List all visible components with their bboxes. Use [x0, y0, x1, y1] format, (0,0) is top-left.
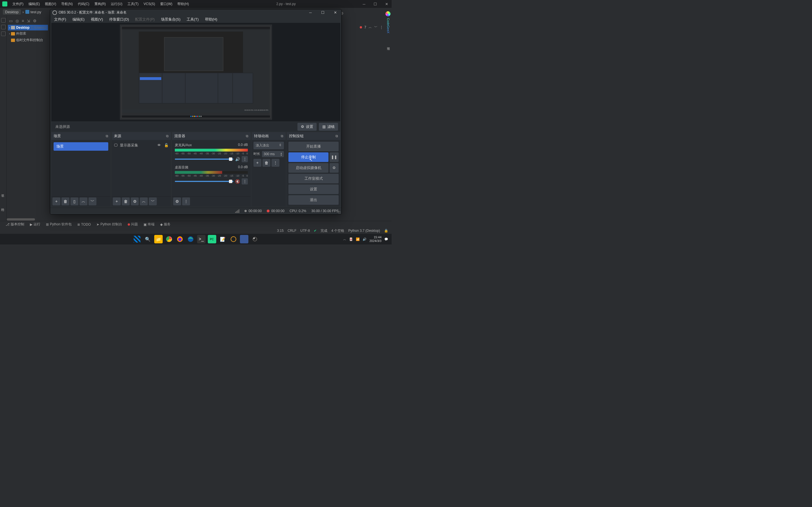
- services-tool[interactable]: ◆ 服务: [160, 222, 170, 227]
- menu-window[interactable]: 窗口(W): [158, 1, 174, 7]
- python-interpreter[interactable]: Python 3.7 (Desktop): [348, 229, 380, 233]
- chrome-icon[interactable]: [165, 235, 173, 243]
- terminal-tool[interactable]: ▣ 终端: [144, 222, 154, 227]
- more-icon[interactable]: ⋮: [380, 25, 383, 29]
- add-transition-button[interactable]: ＋: [253, 159, 261, 167]
- menu-edit[interactable]: 编辑(E): [26, 1, 42, 7]
- breadcrumb-dir[interactable]: Desktop: [3, 9, 21, 15]
- studio-mode-button[interactable]: 工作室模式: [289, 174, 339, 183]
- move-scene-up-button[interactable]: ︿: [80, 198, 87, 205]
- obs-menu-file[interactable]: 文件(F): [51, 16, 69, 23]
- pycharm-taskbar-icon[interactable]: PC: [208, 235, 216, 243]
- tree-expand-icon[interactable]: ⇲: [27, 18, 30, 23]
- transition-select[interactable]: 淡入淡出 ⇳: [253, 142, 284, 149]
- virtual-camera-button[interactable]: 启动虚拟摄像机: [289, 163, 328, 173]
- visibility-toggle-icon[interactable]: 👁: [157, 143, 162, 147]
- mic-volume-slider[interactable]: [175, 159, 234, 160]
- menu-help[interactable]: 帮助(H): [175, 1, 191, 7]
- version-control-tool[interactable]: ⎇ 版本控制: [6, 222, 24, 227]
- ide-minimize-button[interactable]: ─: [361, 1, 367, 7]
- menu-vcs[interactable]: VCS(S): [141, 1, 157, 7]
- virtual-camera-settings-button[interactable]: ⚙: [329, 163, 339, 173]
- obs-preview[interactable]: 00:00:00 CPU: 0.2% 30.00/30.00 FPS: [51, 23, 340, 121]
- start-button[interactable]: [133, 235, 141, 243]
- packages-tool[interactable]: ⊞ Python 软件包: [46, 222, 71, 227]
- breadcrumb-file[interactable]: test.py: [26, 10, 41, 14]
- desktop-mute-icon[interactable]: 🔇: [235, 179, 240, 184]
- source-properties-button[interactable]: ⚙ 设置: [297, 123, 317, 131]
- obs-menu-help[interactable]: 帮助(H): [202, 16, 220, 23]
- mic-options-button[interactable]: ⋮: [242, 156, 248, 162]
- pause-recording-button[interactable]: ❚❚: [329, 152, 339, 162]
- stop-recording-button[interactable]: 停止录制 ↖: [289, 152, 328, 162]
- start-streaming-button[interactable]: 开始直播: [289, 142, 339, 151]
- obs-menu-tools[interactable]: 工具(T): [184, 16, 202, 23]
- app-icon[interactable]: [229, 235, 238, 243]
- obs-maximize-button[interactable]: ☐: [319, 10, 327, 15]
- scene-item[interactable]: 场景: [54, 142, 108, 151]
- file-encoding[interactable]: UTF-8: [300, 229, 310, 233]
- add-source-button[interactable]: ＋: [113, 198, 121, 205]
- tree-target-icon[interactable]: ◎: [15, 18, 19, 23]
- tray-wifi-icon[interactable]: 📶: [356, 237, 360, 241]
- obs-menu-profile[interactable]: 配置文件(P): [132, 16, 157, 23]
- dock-popout-icon[interactable]: ⧉: [246, 134, 248, 138]
- duration-input[interactable]: 300 ms ▲▼: [262, 151, 284, 157]
- system-clock[interactable]: 15:44 2024/3/3: [369, 235, 382, 243]
- obs-taskbar-icon[interactable]: [251, 235, 259, 243]
- line-separator[interactable]: CRLF: [288, 229, 296, 233]
- ide-close-button[interactable]: ✕: [384, 1, 389, 7]
- tree-external-libs[interactable]: › 外部库: [8, 31, 48, 37]
- menu-code[interactable]: 代码(C): [75, 1, 92, 7]
- remove-scene-button[interactable]: 🗑: [61, 198, 69, 205]
- source-filters-button[interactable]: ▥ 滤镜: [319, 123, 338, 131]
- lock-icon[interactable]: 🔒: [384, 229, 388, 233]
- commit-tool-icon[interactable]: [1, 25, 6, 29]
- tray-volume-icon[interactable]: 🔊: [363, 237, 366, 241]
- menu-navigate[interactable]: 导航(N): [59, 1, 75, 7]
- firefox-icon[interactable]: [175, 235, 184, 243]
- edge-icon[interactable]: [186, 235, 195, 243]
- run-tool[interactable]: ▶ 运行: [30, 222, 40, 227]
- warning-count[interactable]: 7: [364, 25, 366, 29]
- move-source-up-button[interactable]: ︿: [140, 198, 148, 205]
- obs-menu-dock[interactable]: 停靠窗口(D): [106, 16, 132, 23]
- horizontal-scrollbar[interactable]: [7, 218, 35, 221]
- tray-language-icon[interactable]: 🀄: [349, 237, 353, 241]
- caret-position[interactable]: 3:15: [277, 229, 284, 233]
- editor-tab[interactable]: 2.py - test.py: [276, 2, 296, 6]
- source-item[interactable]: 🖵 显示器采集 👁 🔓: [113, 141, 170, 150]
- todo-tool[interactable]: ≣ TODO: [77, 223, 91, 226]
- terminal-icon[interactable]: >_: [197, 235, 206, 243]
- lock-toggle-icon[interactable]: 🔓: [164, 143, 168, 147]
- notepadpp-icon[interactable]: 📝: [218, 235, 227, 243]
- add-scene-button[interactable]: ＋: [52, 198, 60, 205]
- move-scene-down-button[interactable]: ﹀: [89, 198, 96, 205]
- obs-minimize-button[interactable]: ─: [306, 10, 314, 15]
- explorer-icon[interactable]: 📁: [154, 235, 163, 243]
- structure-tool-icon[interactable]: [1, 32, 6, 36]
- desktop-volume-slider[interactable]: [175, 181, 234, 182]
- dock-popout-icon[interactable]: ⧉: [336, 134, 338, 138]
- obs-menu-view[interactable]: 视图(V): [88, 16, 106, 23]
- mixer-menu-button[interactable]: ⋮: [182, 198, 190, 205]
- scene-filter-button[interactable]: ▯: [70, 198, 79, 205]
- codegeex-panel[interactable]: CodeGeeX: [387, 18, 390, 33]
- spinner-arrows-icon[interactable]: ▲▼: [280, 152, 282, 156]
- tray-chevron-icon[interactable]: ︿: [343, 237, 346, 241]
- obs-titlebar[interactable]: OBS 30.0.2 - 配置文件: 未命名 - 场景: 未命名 ─ ☐ ✕: [50, 9, 342, 16]
- dock-popout-icon[interactable]: ⧉: [166, 134, 168, 138]
- desktop-options-button[interactable]: ⋮: [242, 178, 248, 184]
- dock-popout-icon[interactable]: ⧉: [281, 134, 283, 138]
- obs-close-button[interactable]: ✕: [331, 10, 339, 15]
- remove-transition-button[interactable]: 🗑: [262, 159, 270, 167]
- next-highlight-icon[interactable]: ﹀: [374, 25, 377, 30]
- taskbar-search-icon[interactable]: 🔍: [144, 235, 152, 243]
- indent-setting[interactable]: 4 个空格: [331, 228, 344, 233]
- remove-source-button[interactable]: 🗑: [122, 198, 130, 205]
- dock-popout-icon[interactable]: ⧉: [106, 134, 108, 138]
- obs-menu-edit[interactable]: 编辑(E): [70, 16, 87, 23]
- exit-button[interactable]: 退出: [289, 195, 339, 205]
- menu-tools[interactable]: 工具(T): [125, 1, 141, 7]
- project-tool-icon[interactable]: [1, 18, 6, 22]
